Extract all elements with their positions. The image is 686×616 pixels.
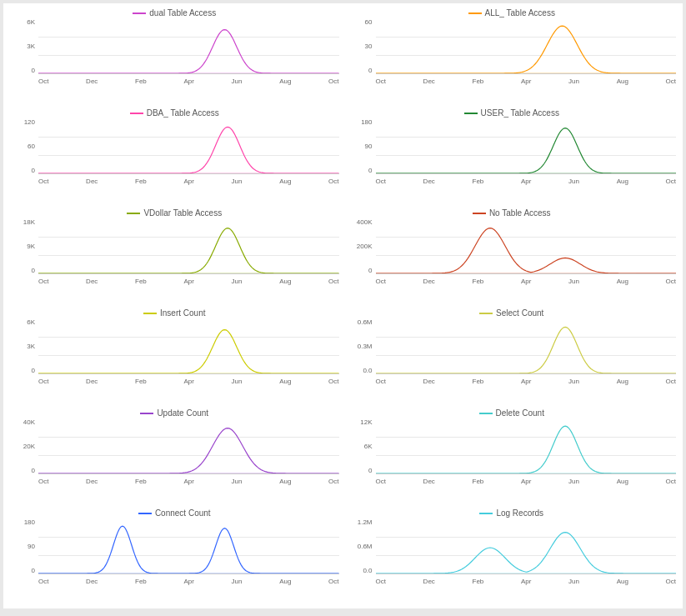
chart-area: 180900OctDecFebAprJunAugOct <box>10 519 339 588</box>
x-label: Oct <box>666 278 676 285</box>
x-label: Oct <box>328 278 338 285</box>
line-svg <box>376 419 677 473</box>
x-label: Aug <box>279 278 291 285</box>
legend-line <box>133 13 146 14</box>
x-label: Dec <box>423 378 435 385</box>
y-axis: 1.2M0.6M0.0 <box>348 519 374 574</box>
x-label: Aug <box>279 378 291 385</box>
chart-title-text: Update Count <box>157 408 208 418</box>
x-label: Jun <box>232 478 243 485</box>
plot-area <box>38 519 339 574</box>
line-svg <box>38 119 339 173</box>
x-axis: OctDecFebAprJunAugOct <box>38 474 339 488</box>
x-label: Dec <box>86 278 98 285</box>
legend-line <box>464 113 478 114</box>
plot-area <box>376 219 677 274</box>
y-axis: 400K200K0 <box>348 219 374 274</box>
x-axis: OctDecFebAprJunAugOct <box>38 74 339 88</box>
plot-area <box>376 119 677 174</box>
x-label: Oct <box>328 378 338 385</box>
x-axis: OctDecFebAprJunAugOct <box>376 174 677 188</box>
y-label: 0 <box>32 568 35 574</box>
chart-title-update-count: Update Count <box>10 408 339 418</box>
x-label: Jun <box>232 378 243 385</box>
x-label: Oct <box>38 78 48 85</box>
y-label: 12K <box>360 419 372 426</box>
y-label: 18K <box>23 219 35 226</box>
x-label: Jun <box>232 178 243 185</box>
dashboard: dual Table Access6K3K0OctDecFebAprJunAug… <box>3 3 683 608</box>
x-label: Oct <box>38 378 48 385</box>
x-label: Jun <box>568 178 579 185</box>
chart-title-dba-table-access: DBA_ Table Access <box>10 108 339 118</box>
x-label: Dec <box>423 278 435 285</box>
y-label: 0 <box>32 68 35 74</box>
y-label: 9K <box>27 243 35 250</box>
y-label: 40K <box>23 419 35 426</box>
x-label: Aug <box>617 478 628 485</box>
y-label: 3K <box>27 343 35 350</box>
x-label: Jun <box>568 278 579 285</box>
chart-title-text: dual Table Access <box>149 8 216 18</box>
x-label: Feb <box>135 578 147 585</box>
x-axis: OctDecFebAprJunAugOct <box>376 274 677 288</box>
x-label: Jun <box>568 78 579 85</box>
y-label: 0 <box>32 468 35 474</box>
y-label: 0.6M <box>358 543 373 550</box>
chart-insert-count: Insert Count6K3K0OctDecFebAprJunAugOct <box>7 307 343 405</box>
x-label: Apr <box>183 578 193 585</box>
y-label: 20K <box>23 443 35 450</box>
y-label: 0.3M <box>358 343 373 350</box>
x-label: Jun <box>232 578 243 585</box>
chart-delete-count: Delete Count12K6K0OctDecFebAprJunAugOct <box>344 407 680 505</box>
y-label: 0 <box>368 268 372 274</box>
legend-line <box>130 113 143 114</box>
plot-area <box>38 119 339 174</box>
x-label: Aug <box>617 278 628 285</box>
x-label: Dec <box>86 178 98 185</box>
x-label: Oct <box>666 578 676 585</box>
y-label: 0 <box>368 168 372 174</box>
y-label: 0.6M <box>358 319 373 326</box>
line-svg <box>38 419 339 473</box>
chart-dual-table-access: dual Table Access6K3K0OctDecFebAprJunAug… <box>7 7 343 105</box>
plot-area <box>38 219 339 274</box>
x-label: Feb <box>135 278 147 285</box>
x-label: Aug <box>279 578 291 585</box>
y-axis: 0.6M0.3M0.0 <box>348 319 374 374</box>
line-svg <box>376 19 677 73</box>
plot-area <box>38 419 339 474</box>
x-label: Oct <box>328 478 338 485</box>
x-label: Jun <box>568 378 579 385</box>
chart-user-table-access: USER_ Table Access180900OctDecFebAprJunA… <box>344 107 680 205</box>
chart-area: 400K200K0OctDecFebAprJunAugOct <box>348 219 677 288</box>
chart-title-vdollar-table-access: VDollar Table Access <box>10 208 339 218</box>
line-svg <box>376 219 677 273</box>
legend-line <box>479 513 493 514</box>
x-label: Oct <box>376 378 386 385</box>
chart-area: 120600OctDecFebAprJunAugOct <box>10 119 339 188</box>
x-label: Dec <box>423 178 435 185</box>
plot-area <box>376 319 677 374</box>
x-label: Apr <box>183 278 193 285</box>
x-label: Aug <box>279 478 291 485</box>
x-label: Feb <box>135 178 147 185</box>
chart-title-text: No Table Access <box>489 208 551 218</box>
x-label: Oct <box>38 178 48 185</box>
y-label: 180 <box>24 519 35 526</box>
y-label: 0.0 <box>363 368 372 374</box>
chart-log-records: Log Records1.2M0.6M0.0OctDecFebAprJunAug… <box>344 507 680 605</box>
x-label: Oct <box>376 178 386 185</box>
x-axis: OctDecFebAprJunAugOct <box>38 374 339 388</box>
x-label: Oct <box>376 578 386 585</box>
x-label: Oct <box>328 578 338 585</box>
y-axis: 60300 <box>348 19 374 74</box>
x-label: Aug <box>279 178 291 185</box>
x-label: Oct <box>376 478 386 485</box>
y-label: 0 <box>32 368 35 374</box>
y-label: 0 <box>32 268 35 274</box>
x-label: Apr <box>521 78 531 85</box>
chart-area: 6K3K0OctDecFebAprJunAugOct <box>10 19 339 88</box>
y-label: 0 <box>368 468 372 474</box>
chart-title-text: USER_ Table Access <box>481 108 559 118</box>
